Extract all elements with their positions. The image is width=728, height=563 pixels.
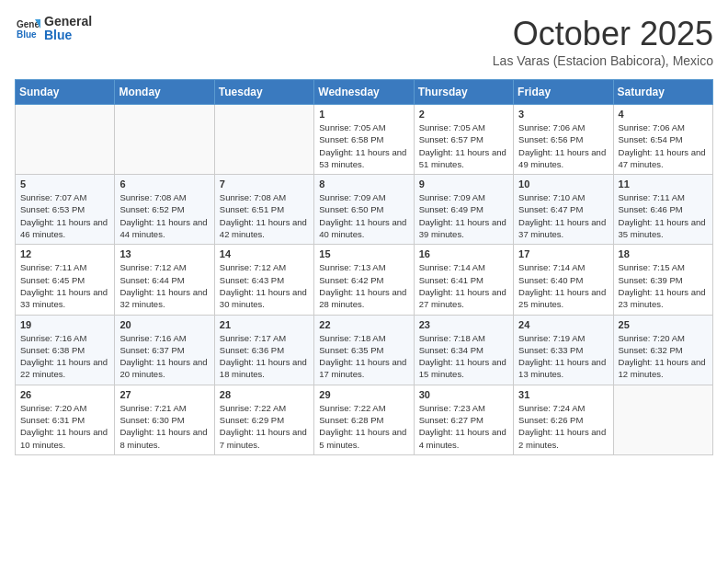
calendar-cell: 20Sunrise: 7:16 AM Sunset: 6:37 PM Dayli… xyxy=(115,315,214,385)
day-number: 22 xyxy=(319,319,408,330)
calendar-cell: 6Sunrise: 7:08 AM Sunset: 6:52 PM Daylig… xyxy=(115,175,214,245)
day-number: 20 xyxy=(119,319,209,330)
calendar-cell: 28Sunrise: 7:22 AM Sunset: 6:29 PM Dayli… xyxy=(214,385,313,454)
day-info: Sunrise: 7:20 AM Sunset: 6:32 PM Dayligh… xyxy=(619,332,708,381)
weekday-header: Sunday xyxy=(16,80,115,105)
calendar-cell: 9Sunrise: 7:09 AM Sunset: 6:49 PM Daylig… xyxy=(414,175,513,245)
calendar-table: SundayMondayTuesdayWednesdayThursdayFrid… xyxy=(15,79,713,455)
day-number: 27 xyxy=(119,389,209,400)
day-info: Sunrise: 7:12 AM Sunset: 6:43 PM Dayligh… xyxy=(220,261,309,310)
weekday-header: Tuesday xyxy=(214,80,313,105)
day-number: 28 xyxy=(220,389,309,400)
calendar-cell: 5Sunrise: 7:07 AM Sunset: 6:53 PM Daylig… xyxy=(16,175,115,245)
calendar-cell: 31Sunrise: 7:24 AM Sunset: 6:26 PM Dayli… xyxy=(514,385,613,454)
day-info: Sunrise: 7:09 AM Sunset: 6:50 PM Dayligh… xyxy=(319,191,408,240)
day-info: Sunrise: 7:17 AM Sunset: 6:36 PM Dayligh… xyxy=(220,332,309,381)
day-info: Sunrise: 7:11 AM Sunset: 6:45 PM Dayligh… xyxy=(20,261,109,310)
calendar-cell xyxy=(613,385,712,454)
calendar-cell: 3Sunrise: 7:06 AM Sunset: 6:56 PM Daylig… xyxy=(514,105,613,175)
day-number: 24 xyxy=(518,319,608,330)
day-info: Sunrise: 7:06 AM Sunset: 6:54 PM Dayligh… xyxy=(619,121,708,170)
day-info: Sunrise: 7:07 AM Sunset: 6:53 PM Dayligh… xyxy=(20,191,109,240)
day-info: Sunrise: 7:09 AM Sunset: 6:49 PM Dayligh… xyxy=(419,191,508,240)
day-number: 1 xyxy=(319,109,408,120)
calendar-cell: 29Sunrise: 7:22 AM Sunset: 6:28 PM Dayli… xyxy=(314,385,414,454)
calendar-cell: 13Sunrise: 7:12 AM Sunset: 6:44 PM Dayli… xyxy=(115,245,214,315)
calendar-week-row: 26Sunrise: 7:20 AM Sunset: 6:31 PM Dayli… xyxy=(16,385,713,454)
calendar-cell: 22Sunrise: 7:18 AM Sunset: 6:35 PM Dayli… xyxy=(314,315,414,385)
calendar-week-row: 1Sunrise: 7:05 AM Sunset: 6:58 PM Daylig… xyxy=(16,105,713,175)
day-number: 17 xyxy=(518,248,608,259)
day-info: Sunrise: 7:22 AM Sunset: 6:28 PM Dayligh… xyxy=(319,402,408,451)
day-number: 5 xyxy=(20,178,109,190)
day-number: 10 xyxy=(518,178,608,190)
title-block: October 2025 Las Varas (Estacion Babicor… xyxy=(493,15,713,68)
weekday-header: Thursday xyxy=(414,80,513,105)
day-info: Sunrise: 7:13 AM Sunset: 6:42 PM Dayligh… xyxy=(319,261,408,310)
logo-blue-text: Blue xyxy=(44,29,92,42)
day-number: 2 xyxy=(419,109,508,120)
calendar-cell: 27Sunrise: 7:21 AM Sunset: 6:30 PM Dayli… xyxy=(115,385,214,454)
logo: General Blue General Blue xyxy=(15,15,92,43)
page-header: General Blue General Blue October 2025 L… xyxy=(15,15,713,68)
calendar-cell: 15Sunrise: 7:13 AM Sunset: 6:42 PM Dayli… xyxy=(314,245,414,315)
day-number: 21 xyxy=(220,319,309,330)
day-info: Sunrise: 7:15 AM Sunset: 6:39 PM Dayligh… xyxy=(619,261,708,310)
day-info: Sunrise: 7:06 AM Sunset: 6:56 PM Dayligh… xyxy=(518,121,608,170)
day-number: 13 xyxy=(119,248,209,259)
calendar-cell xyxy=(16,105,115,175)
day-number: 23 xyxy=(419,319,508,330)
logo-icon: General Blue xyxy=(15,16,40,41)
weekday-header: Friday xyxy=(514,80,613,105)
weekday-header: Wednesday xyxy=(314,80,414,105)
calendar-cell xyxy=(115,105,214,175)
day-info: Sunrise: 7:21 AM Sunset: 6:30 PM Dayligh… xyxy=(119,402,209,451)
calendar-cell: 2Sunrise: 7:05 AM Sunset: 6:57 PM Daylig… xyxy=(414,105,513,175)
day-info: Sunrise: 7:19 AM Sunset: 6:33 PM Dayligh… xyxy=(518,332,608,381)
day-info: Sunrise: 7:08 AM Sunset: 6:51 PM Dayligh… xyxy=(220,191,309,240)
day-info: Sunrise: 7:05 AM Sunset: 6:58 PM Dayligh… xyxy=(319,121,408,170)
day-number: 25 xyxy=(619,319,708,330)
day-number: 6 xyxy=(119,178,209,190)
day-info: Sunrise: 7:18 AM Sunset: 6:34 PM Dayligh… xyxy=(419,332,508,381)
calendar-cell: 19Sunrise: 7:16 AM Sunset: 6:38 PM Dayli… xyxy=(16,315,115,385)
day-number: 12 xyxy=(20,248,109,259)
weekday-header: Saturday xyxy=(613,80,712,105)
calendar-cell: 23Sunrise: 7:18 AM Sunset: 6:34 PM Dayli… xyxy=(414,315,513,385)
day-info: Sunrise: 7:24 AM Sunset: 6:26 PM Dayligh… xyxy=(518,402,608,451)
calendar-cell: 1Sunrise: 7:05 AM Sunset: 6:58 PM Daylig… xyxy=(314,105,414,175)
location-text: Las Varas (Estacion Babicora), Mexico xyxy=(493,53,713,68)
calendar-cell: 11Sunrise: 7:11 AM Sunset: 6:46 PM Dayli… xyxy=(613,175,712,245)
day-number: 14 xyxy=(220,248,309,259)
day-number: 16 xyxy=(419,248,508,259)
day-number: 3 xyxy=(518,109,608,120)
day-info: Sunrise: 7:22 AM Sunset: 6:29 PM Dayligh… xyxy=(220,402,309,451)
day-number: 19 xyxy=(20,319,109,330)
weekday-header: Monday xyxy=(115,80,214,105)
day-info: Sunrise: 7:16 AM Sunset: 6:37 PM Dayligh… xyxy=(119,332,209,381)
day-info: Sunrise: 7:16 AM Sunset: 6:38 PM Dayligh… xyxy=(20,332,109,381)
svg-text:Blue: Blue xyxy=(17,29,37,40)
day-number: 4 xyxy=(619,109,708,120)
day-number: 29 xyxy=(319,389,408,400)
calendar-cell: 30Sunrise: 7:23 AM Sunset: 6:27 PM Dayli… xyxy=(414,385,513,454)
calendar-cell: 17Sunrise: 7:14 AM Sunset: 6:40 PM Dayli… xyxy=(514,245,613,315)
day-info: Sunrise: 7:20 AM Sunset: 6:31 PM Dayligh… xyxy=(20,402,109,451)
calendar-week-row: 5Sunrise: 7:07 AM Sunset: 6:53 PM Daylig… xyxy=(16,175,713,245)
calendar-cell xyxy=(214,105,313,175)
calendar-cell: 24Sunrise: 7:19 AM Sunset: 6:33 PM Dayli… xyxy=(514,315,613,385)
day-number: 26 xyxy=(20,389,109,400)
day-number: 7 xyxy=(220,178,309,190)
calendar-week-row: 12Sunrise: 7:11 AM Sunset: 6:45 PM Dayli… xyxy=(16,245,713,315)
day-info: Sunrise: 7:10 AM Sunset: 6:47 PM Dayligh… xyxy=(518,191,608,240)
calendar-cell: 14Sunrise: 7:12 AM Sunset: 6:43 PM Dayli… xyxy=(214,245,313,315)
calendar-cell: 25Sunrise: 7:20 AM Sunset: 6:32 PM Dayli… xyxy=(613,315,712,385)
calendar-cell: 7Sunrise: 7:08 AM Sunset: 6:51 PM Daylig… xyxy=(214,175,313,245)
day-info: Sunrise: 7:11 AM Sunset: 6:46 PM Dayligh… xyxy=(619,191,708,240)
calendar-week-row: 19Sunrise: 7:16 AM Sunset: 6:38 PM Dayli… xyxy=(16,315,713,385)
day-info: Sunrise: 7:12 AM Sunset: 6:44 PM Dayligh… xyxy=(119,261,209,310)
calendar-cell: 16Sunrise: 7:14 AM Sunset: 6:41 PM Dayli… xyxy=(414,245,513,315)
day-info: Sunrise: 7:14 AM Sunset: 6:40 PM Dayligh… xyxy=(518,261,608,310)
calendar-cell: 12Sunrise: 7:11 AM Sunset: 6:45 PM Dayli… xyxy=(16,245,115,315)
day-info: Sunrise: 7:14 AM Sunset: 6:41 PM Dayligh… xyxy=(419,261,508,310)
